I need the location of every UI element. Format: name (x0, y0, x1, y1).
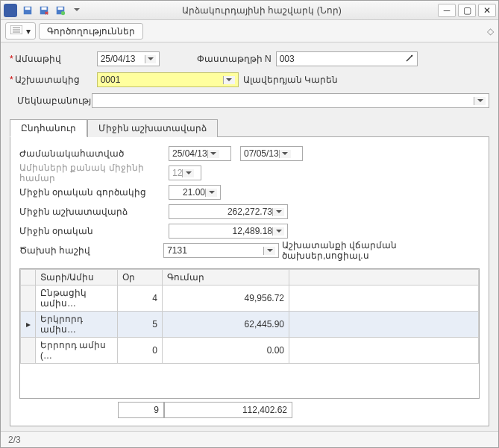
svg-rect-7 (58, 7, 63, 10)
svg-point-8 (61, 10, 65, 14)
grid-col-month[interactable]: Տարի/Ամիս (36, 270, 118, 285)
maximize-button[interactable]: ▢ (458, 4, 476, 17)
svg-rect-3 (42, 7, 47, 10)
detail-tabs: Ընդհանուր Միջին աշխատավարձ (10, 119, 489, 136)
expacc-label: Ծախսի հաշիվ (19, 245, 163, 256)
table-row[interactable]: Ընթացիկ ամիս… 4 49,956.72 (21, 285, 479, 312)
employee-code-input[interactable]: 0001 (97, 72, 239, 87)
statusbar: 2/3 (1, 431, 498, 447)
total-amount: 112,402.62 (164, 402, 292, 418)
comment-input[interactable] (92, 93, 489, 108)
comment-label: Մեկնաբանություն (17, 95, 92, 106)
avgdayfactor-label: Միջին օրական գործակից (19, 187, 169, 198)
ribbon-expand-icon[interactable]: ◇ (487, 26, 494, 37)
date-input[interactable]: 25/04/13 (97, 51, 160, 66)
window-title: Արձակուրդայինի հաշվարկ (Նոր) (86, 5, 438, 16)
tab-general[interactable]: Ընդհանուր (10, 119, 87, 137)
view-mode-button[interactable]: ▾ (5, 22, 36, 40)
save-close-icon[interactable] (37, 3, 51, 18)
avgmonths-label: Ամիսների քանակ միջինի համար (19, 163, 169, 183)
form-content: *Ամսաթիվ 25/04/13 Փաստաթղթի N 003 *Աշխատ… (1, 42, 498, 431)
svg-point-14 (411, 55, 412, 57)
avgdaily-label: Միջին օրական (19, 226, 169, 236)
docnum-wand-icon[interactable] (405, 54, 414, 65)
months-grid[interactable]: Տարի/Ամիս Օր Գումար Ընթացիկ ամիս… 4 49,9… (19, 268, 480, 399)
grid-rowhandle-header (21, 270, 36, 285)
avgmonths-input: 12 (169, 165, 201, 180)
app-icon (4, 4, 17, 17)
period-label: Ժամանակահատված (19, 148, 169, 159)
close-button[interactable]: ✕ (478, 4, 496, 17)
docnum-label: Փաստաթղթի N (197, 54, 272, 64)
date-label: Ամսաթիվ (15, 54, 97, 64)
total-days: 9 (118, 402, 164, 418)
grid-totals: 9 112,402.62 (19, 402, 480, 418)
tab-body-general: Ժամանակահատված 25/04/13 07/05/13 Ամիսներ… (10, 136, 489, 426)
avgdaily-input[interactable]: 12,489.18 (169, 224, 288, 239)
avgdayfactor-input[interactable]: 21.00 (169, 185, 221, 200)
expacc-input[interactable]: 7131 (163, 243, 279, 258)
save-new-icon[interactable] (53, 3, 68, 18)
employee-label: Աշխատակից (15, 75, 97, 85)
titlebar: Արձակուրդայինի հաշվարկ (Նոր) ─ ▢ ✕ (1, 1, 498, 20)
table-row[interactable]: Երրորդ ամիս (… 0 0.00 (21, 338, 479, 364)
app-window: Արձակուրդայինի հաշվարկ (Նոր) ─ ▢ ✕ ▾ Գոր… (0, 0, 499, 448)
avgsalary-label: Միջին աշխատավարձ (19, 206, 169, 217)
tab-avgsalary[interactable]: Միջին աշխատավարձ (87, 119, 218, 137)
period-from-input[interactable]: 25/04/13 (169, 146, 231, 161)
save-icon[interactable] (20, 3, 35, 18)
avgsalary-input[interactable]: 262,272.73 (169, 204, 288, 219)
svg-rect-1 (25, 7, 31, 10)
grid-col-days[interactable]: Օր (118, 270, 163, 285)
docnum-input[interactable]: 003 (276, 51, 418, 66)
record-position: 2/3 (8, 435, 21, 445)
actions-tab[interactable]: Գործողություններ (39, 23, 143, 40)
ribbon-bar: ▾ Գործողություններ ◇ (1, 20, 498, 42)
table-row[interactable]: ▸ Երկրորդ ամիս… 5 62,445.90 (21, 312, 479, 338)
period-to-input[interactable]: 07/05/13 (240, 146, 303, 161)
minimize-button[interactable]: ─ (438, 4, 456, 17)
grid-col-amount[interactable]: Գումար (163, 270, 289, 285)
quickbar-dropdown-icon[interactable] (69, 3, 84, 18)
employee-name: Ալավերդյան Կարեն (243, 75, 338, 85)
expacc-name: Աշխատանքի վճարման ծախսեր,սոցիալ.ս (282, 240, 480, 261)
